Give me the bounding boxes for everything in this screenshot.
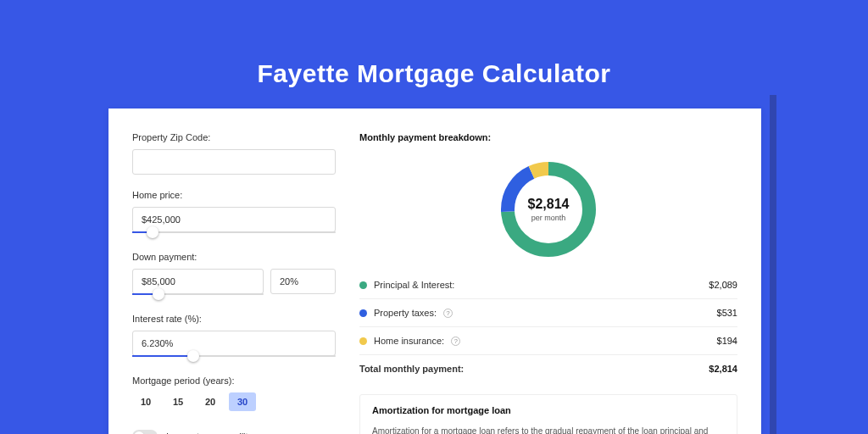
price-input[interactable]	[132, 207, 336, 232]
price-label: Home price:	[132, 190, 336, 200]
legend-total-row: Total monthly payment:$2,814	[359, 354, 737, 382]
period-option-30[interactable]: 30	[229, 392, 256, 411]
legend-dot	[359, 281, 367, 289]
form-column: Property Zip Code: Home price: Down paym…	[132, 132, 336, 434]
down-payment-slider-thumb[interactable]	[153, 288, 164, 300]
legend-amount: $194	[717, 336, 737, 346]
payment-donut-chart: $2,814 per month	[497, 158, 600, 261]
veteran-row: I am veteran or military	[132, 430, 336, 434]
zip-label: Property Zip Code:	[132, 132, 336, 142]
price-slider-thumb[interactable]	[147, 226, 159, 238]
donut-total-sub: per month	[531, 214, 566, 222]
down-payment-pct-input[interactable]	[270, 269, 336, 294]
period-field: Mortgage period (years): 10152030	[132, 376, 336, 411]
zip-input[interactable]	[132, 149, 336, 175]
legend-amount: $2,089	[709, 280, 737, 290]
legend-row: Principal & Interest:$2,089	[359, 271, 737, 298]
period-option-10[interactable]: 10	[132, 392, 159, 411]
rate-slider-thumb[interactable]	[187, 350, 199, 362]
down-payment-field: Down payment:	[132, 252, 336, 295]
donut-center: $2,814 per month	[497, 158, 600, 261]
legend-row: Property taxes:?$531	[359, 298, 737, 326]
help-icon[interactable]: ?	[451, 337, 460, 346]
legend-total-amount: $2,814	[709, 364, 737, 374]
rate-field: Interest rate (%):	[132, 314, 336, 357]
breakdown-title: Monthly payment breakdown:	[359, 132, 737, 142]
price-slider[interactable]	[132, 231, 336, 233]
down-payment-amount-input[interactable]	[132, 269, 264, 294]
rate-label: Interest rate (%):	[132, 314, 336, 324]
period-options: 10152030	[132, 392, 336, 411]
legend-label: Property taxes:	[374, 308, 437, 318]
help-icon[interactable]: ?	[443, 309, 453, 318]
legend-label: Home insurance:	[374, 336, 444, 346]
rate-slider-fill	[132, 355, 193, 357]
calculator-card: Property Zip Code: Home price: Down paym…	[108, 108, 761, 434]
veteran-toggle[interactable]	[132, 430, 158, 434]
legend-amount: $531	[717, 308, 737, 318]
period-option-20[interactable]: 20	[197, 392, 224, 411]
legend-total-label: Total monthly payment:	[359, 364, 464, 374]
legend-dot	[359, 309, 367, 317]
breakdown-legend: Principal & Interest:$2,089Property taxe…	[359, 271, 737, 382]
period-label: Mortgage period (years):	[132, 376, 336, 386]
price-field: Home price:	[132, 190, 336, 233]
amortization-title: Amortization for mortgage loan	[372, 405, 725, 415]
page-title: Fayette Mortgage Calculator	[0, 59, 868, 88]
amortization-card: Amortization for mortgage loan Amortizat…	[359, 394, 737, 434]
amortization-text: Amortization for a mortgage loan refers …	[372, 426, 725, 434]
rate-input[interactable]	[132, 331, 336, 356]
legend-row: Home insurance:?$194	[359, 326, 737, 354]
period-option-15[interactable]: 15	[164, 392, 192, 411]
donut-total-value: $2,814	[528, 197, 570, 212]
legend-label: Principal & Interest:	[374, 280, 454, 290]
breakdown-column: Monthly payment breakdown: $2,814 per mo…	[359, 132, 737, 434]
down-payment-label: Down payment:	[132, 252, 336, 262]
donut-wrap: $2,814 per month	[359, 158, 737, 261]
accent-bar	[770, 95, 776, 434]
legend-dot	[359, 337, 367, 345]
down-payment-slider[interactable]	[132, 293, 264, 295]
rate-slider[interactable]	[132, 355, 336, 357]
zip-field: Property Zip Code:	[132, 132, 336, 175]
